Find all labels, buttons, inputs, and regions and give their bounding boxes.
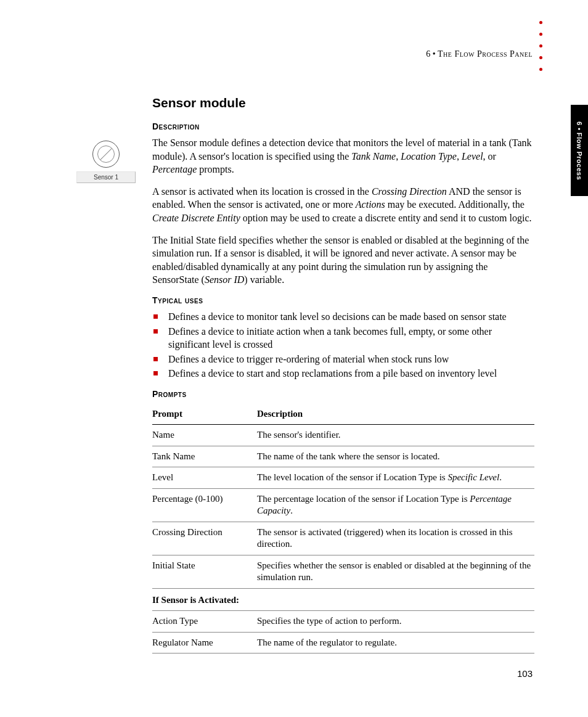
emphasis: Tank Name	[351, 151, 396, 162]
page-number: 103	[517, 668, 533, 679]
cell-prompt: Regulator Name	[152, 632, 257, 653]
prompts-heading: Prompts	[152, 389, 534, 399]
cell-description: The sensor's identifier.	[257, 425, 534, 446]
text: may be executed. Additionally, the	[385, 199, 525, 210]
page: 6 • The Flow Process Panel 6 • Flow Proc…	[0, 0, 588, 717]
text: Specifies the type of action to perform.	[257, 616, 402, 626]
emphasis: Create Discrete Entity	[152, 213, 240, 223]
cell-description: The percentage location of the sensor if…	[257, 488, 534, 522]
table-section-row: If Sensor is Activated:	[152, 588, 534, 611]
text: , or	[483, 151, 496, 162]
table-row: Tank Name The name of the tank where the…	[152, 446, 534, 467]
description-heading: Description	[152, 121, 534, 131]
cell-description: The sensor is activated (triggered) when…	[257, 522, 534, 555]
text: A sensor is activated when its location …	[152, 186, 372, 197]
separator: •	[430, 49, 438, 59]
emphasis: Crossing Direction	[372, 186, 447, 197]
page-header: 6 • The Flow Process Panel	[152, 49, 533, 59]
table-row: Name The sensor's identifier.	[152, 425, 534, 446]
table-row: Regulator Name The name of the regulator…	[152, 632, 534, 653]
content-area: Sensor module Description The Sensor mod…	[152, 96, 534, 653]
cell-prompt: Percentage (0-100)	[152, 488, 257, 522]
decorative-dots	[539, 21, 542, 71]
side-tab-text: 6 • Flow Process	[576, 121, 583, 180]
col-description: Description	[257, 404, 534, 425]
cell-prompt: Tank Name	[152, 446, 257, 467]
cell-description: The name of the regulator to regulate.	[257, 632, 534, 653]
col-prompt: Prompt	[152, 404, 257, 425]
emphasis: Percentage	[152, 164, 197, 174]
prompts-table: Prompt Description Name The sensor's ide…	[152, 404, 534, 654]
emphasis: Location Type	[401, 151, 457, 162]
cell-description: The name of the tank where the sensor is…	[257, 446, 534, 467]
typical-uses-heading: Typical uses	[152, 295, 534, 305]
table-row: Crossing Direction The sensor is activat…	[152, 522, 534, 555]
typical-uses-list: Defines a device to monitor tank level s…	[152, 310, 534, 380]
text: prompts.	[197, 164, 234, 174]
emphasis: Specific Level	[447, 472, 499, 482]
cell-prompt: Crossing Direction	[152, 522, 257, 555]
table-header-row: Prompt Description	[152, 404, 534, 425]
table-row: Level The level location of the sensor i…	[152, 467, 534, 489]
cell-prompt: Action Type	[152, 611, 257, 633]
text: .	[499, 472, 502, 482]
description-paragraph-2: A sensor is activated when its location …	[152, 185, 534, 225]
text: ,	[396, 151, 401, 162]
cell-description: Specifies whether the sensor is enabled …	[257, 555, 534, 588]
list-item: Defines a device to trigger re-ordering …	[168, 353, 534, 366]
text: The level location of the sensor if Loca…	[257, 472, 447, 482]
text: The name of the tank where the sensor is…	[257, 451, 440, 461]
sensor-icon	[92, 141, 120, 168]
emphasis: Sensor ID	[205, 274, 244, 285]
cell-description: The level location of the sensor if Loca…	[257, 467, 534, 489]
cell-description: Specifies the type of action to perform.	[257, 611, 534, 633]
text: .	[290, 506, 293, 515]
text: The percentage location of the sensor if…	[257, 494, 470, 504]
emphasis: Actions	[356, 199, 385, 210]
table-row: Initial State Specifies whether the sens…	[152, 555, 534, 588]
chapter-title: The Flow Process Panel	[438, 49, 533, 59]
cell-prompt: Level	[152, 467, 257, 489]
text: The name of the regulator to regulate.	[257, 637, 397, 647]
description-paragraph-1: The Sensor module defines a detection de…	[152, 136, 534, 176]
table-row: Action Type Specifies the type of action…	[152, 611, 534, 633]
sensor-module-figure: Sensor 1	[76, 141, 136, 183]
list-item: Defines a device to monitor tank level s…	[168, 310, 534, 324]
text: ) variable.	[244, 274, 284, 285]
text: ,	[457, 151, 462, 162]
cell-prompt: Name	[152, 425, 257, 446]
side-tab: 6 • Flow Process	[571, 105, 588, 196]
list-item: Defines a device to initiate action when…	[168, 325, 534, 351]
text: The sensor is activated (triggered) when…	[257, 527, 512, 549]
text: Specifies whether the sensor is enabled …	[257, 560, 531, 583]
sensor-figure-caption: Sensor 1	[76, 171, 136, 183]
text: The sensor's identifier.	[257, 430, 341, 440]
list-item: Defines a device to start and stop recla…	[168, 367, 534, 380]
section-title: Sensor module	[152, 96, 534, 110]
emphasis: Level	[462, 151, 483, 162]
cell-prompt: Initial State	[152, 555, 257, 588]
description-paragraph-3: The Initial State field specifies whethe…	[152, 234, 534, 287]
section-label: If Sensor is Activated:	[152, 588, 534, 611]
table-row: Percentage (0-100) The percentage locati…	[152, 488, 534, 522]
text: option may be used to create a discrete …	[240, 213, 532, 223]
